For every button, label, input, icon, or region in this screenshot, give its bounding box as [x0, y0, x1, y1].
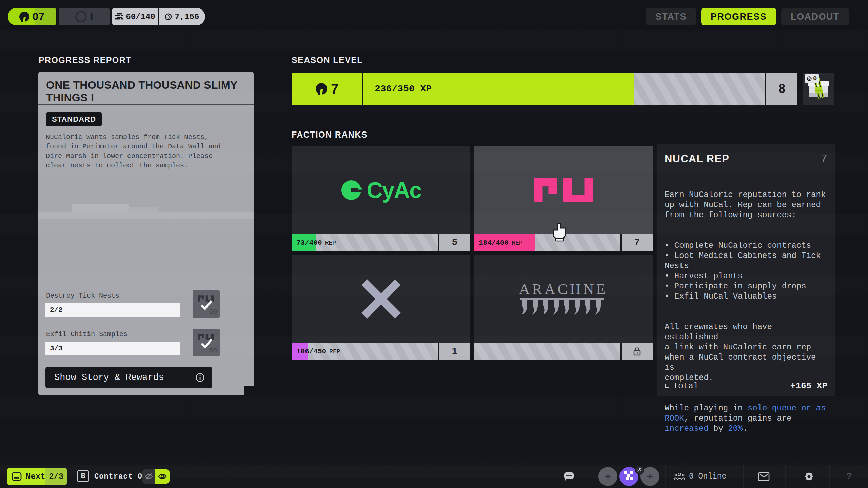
card-divider — [38, 104, 254, 105]
eye-off-segment[interactable] — [142, 469, 155, 484]
progress-report-heading: PROGRESS REPORT — [39, 55, 132, 65]
x-faction-rep-value: 106/450 — [296, 347, 326, 355]
decor-block — [72, 204, 129, 212]
currency-counter: 7,156 — [159, 12, 205, 21]
tab-progress[interactable]: PROGRESS — [701, 8, 776, 25]
season-current-level: 7 — [331, 81, 338, 97]
currency-amount: 7,156 — [175, 12, 199, 21]
add-squadmate-button[interactable] — [598, 467, 617, 486]
show-story-rewards-label: Show Story & Rewards — [54, 372, 164, 383]
hud-badges: 07 I 60/140 7,15 — [8, 8, 205, 25]
help-button[interactable]: ? — [846, 465, 852, 488]
eye-on-segment[interactable] — [155, 469, 170, 484]
plus-icon — [605, 473, 611, 480]
next-button[interactable]: Next 2/3 — [7, 468, 67, 485]
arachne-logo-text: ARACHNE — [519, 281, 608, 298]
contract-description: NuCaloric wants samples from Tick Nests,… — [46, 133, 221, 170]
detail-paragraph: Earn NuCaloric reputation to rank up wit… — [665, 190, 827, 220]
faction-ranks-heading: FACTION RANKS — [292, 130, 368, 140]
footer-divider — [665, 465, 666, 488]
cyac-logo: CyAc — [292, 146, 470, 234]
nucal-rep-unit: REP — [512, 239, 522, 246]
detail-note: While playing in solo queue or as ROOK, … — [665, 403, 827, 434]
season-level-bar: 7 236/350 XP 8 — [292, 73, 797, 105]
coin-icon — [165, 13, 172, 20]
objective-progress-value: 2/2 — [50, 303, 63, 317]
x-faction-rank: 1 — [438, 343, 470, 360]
mail-button[interactable] — [758, 472, 770, 481]
objective-label: Exfil Chitin Samples — [46, 330, 127, 338]
note-link-percent[interactable]: 20% — [728, 424, 743, 433]
gear-icon — [804, 471, 814, 482]
faction-tile-cyac[interactable]: CyAc 73/400 REP 5 — [292, 146, 470, 251]
x-faction-logo — [292, 255, 470, 343]
next-count: 2/3 — [45, 472, 67, 481]
cyac-emblem-icon — [341, 180, 362, 201]
avatar-pixel — [630, 471, 633, 474]
cyac-rep-bar: 73/400 REP 5 — [292, 234, 470, 251]
contract-key-hint: B — [77, 470, 89, 482]
note-text: , reputation gains are — [684, 414, 792, 423]
arachne-rep-bar — [474, 343, 653, 360]
footer-divider — [785, 465, 786, 488]
contracts-list-icon — [115, 13, 123, 21]
footer-bar: Next 2/3 B Contract On — [0, 465, 868, 488]
cyac-rank: 5 — [438, 234, 470, 251]
total-xp-value: +165 XP — [790, 381, 827, 391]
faction-tile-x[interactable]: 106/450 REP 1 — [292, 255, 470, 360]
season-reward-count: 0 — [813, 75, 817, 82]
arachne-rank-locked — [620, 343, 653, 360]
decor-block — [129, 207, 158, 212]
detail-bullet-list: • Complete NuCaloric contracts • Loot Me… — [665, 241, 827, 302]
x-faction-rep-text: 106/450 REP — [296, 347, 340, 355]
contract-toggle-label: Contract On — [94, 465, 147, 488]
coin-icon — [807, 76, 812, 81]
detail-header: NUCAL REP 7 — [665, 152, 827, 165]
next-label: Next — [26, 472, 45, 481]
contract-title: ONE THOUSAND THOUSAND SLIMY THINGS I — [46, 79, 239, 104]
tab-stats[interactable]: STATS — [646, 8, 696, 25]
online-status: 0 Online — [674, 465, 726, 488]
cyac-logo-text: CyAc — [367, 177, 421, 203]
avatar-pixel — [627, 474, 630, 477]
faction-grid: CyAc 73/400 REP 5 — [292, 146, 653, 360]
settings-button[interactable] — [804, 471, 814, 482]
total-label: Total — [673, 381, 698, 391]
note-text: . — [743, 424, 747, 433]
nucal-rep-progress: 184/400 REP — [474, 234, 620, 251]
objective-reward-badge: 60 — [193, 329, 220, 356]
season-reward-tile[interactable]: 0 — [803, 73, 834, 105]
detail-rank: 7 — [821, 152, 827, 165]
pointer-hand-icon — [552, 222, 568, 242]
resources-badge[interactable]: 60/140 7,156 — [112, 8, 205, 25]
mail-icon — [758, 472, 770, 481]
objective-progress-value: 3/3 — [50, 342, 63, 355]
show-story-rewards-button[interactable]: Show Story & Rewards — [45, 367, 212, 388]
detail-divider — [665, 171, 827, 171]
note-link-increased[interactable]: increased — [665, 424, 709, 433]
pinwheel-x-icon — [361, 279, 401, 319]
faction-detail-panel: NUCAL REP 7 Earn NuCaloric reputation to… — [657, 144, 835, 396]
contract-visibility-toggle[interactable] — [142, 469, 170, 484]
contracts-counter: 60/140 — [112, 12, 158, 21]
objective-reward-value: 60 — [209, 347, 217, 354]
player-level-badge[interactable]: 07 — [8, 8, 56, 25]
arachne-logo: ARACHNE — [474, 255, 653, 343]
cyac-rep-value: 73/400 — [296, 239, 322, 246]
faction-tile-arachne[interactable]: ARACHNE — [474, 255, 653, 360]
top-tabs: STATS PROGRESS LOADOUT — [646, 8, 849, 25]
nucal-logo — [474, 146, 653, 234]
objective-progress-fill — [45, 303, 180, 317]
footer-divider — [555, 465, 555, 488]
chat-button[interactable] — [564, 472, 574, 482]
plus-icon — [647, 473, 653, 480]
arachne-legs-icon — [520, 298, 607, 318]
cyac-rep-unit: REP — [325, 239, 336, 246]
tier-badge[interactable]: I — [59, 8, 110, 25]
decor-band — [38, 212, 254, 219]
objective-progress-fill — [45, 342, 180, 355]
note-text: While playing in — [665, 404, 748, 413]
mic-muted-badge — [635, 465, 644, 474]
tab-loadout[interactable]: LOADOUT — [781, 8, 849, 25]
note-text: by — [709, 424, 728, 433]
